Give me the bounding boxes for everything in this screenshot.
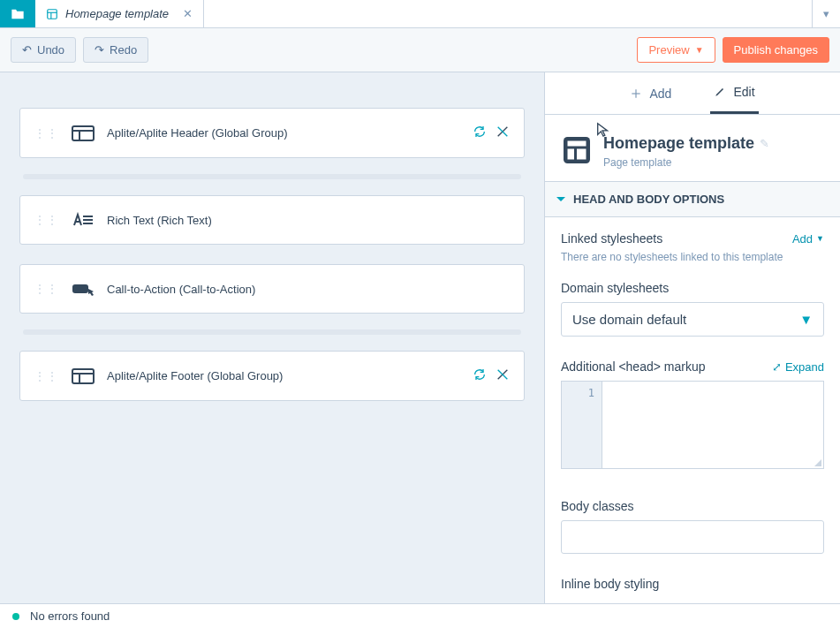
head-markup-editor[interactable]: 1	[561, 381, 824, 469]
undo-icon: ↶	[22, 43, 32, 57]
plus-icon	[630, 87, 642, 100]
module-card[interactable]: ⋮⋮ Aplite/Aplite Header (Global Group)	[19, 108, 525, 158]
page-subtitle: Page template	[603, 156, 824, 169]
add-stylesheet-link[interactable]: Add ▼	[792, 232, 824, 246]
drag-handle-icon[interactable]: ⋮⋮	[34, 283, 59, 295]
domain-stylesheets-select[interactable]: Use domain default ▼	[561, 302, 824, 337]
panel-header: Homepage template ✎ Page template	[545, 115, 840, 181]
tab-add[interactable]: Add	[626, 72, 675, 114]
module-label: Rich Text (Rich Text)	[107, 214, 212, 227]
tab-edit-label: Edit	[733, 85, 754, 99]
cta-icon	[72, 281, 95, 297]
global-sync-icon[interactable]	[473, 125, 487, 141]
template-icon	[46, 8, 58, 20]
file-tab-label: Homepage template	[65, 7, 169, 20]
module-card[interactable]: ⋮⋮ Rich Text (Rich Text)	[19, 195, 525, 245]
template-icon	[561, 134, 593, 169]
status-bar: No errors found	[0, 603, 840, 628]
file-tab[interactable]: Homepage template ✕	[35, 0, 204, 27]
expand-link[interactable]: ⤢ Expand	[772, 360, 824, 374]
svg-rect-3	[72, 126, 94, 140]
tab-add-label: Add	[649, 87, 671, 101]
undo-button[interactable]: ↶ Undo	[11, 37, 76, 63]
pencil-icon[interactable]: ✎	[760, 137, 769, 150]
redo-icon: ↷	[95, 43, 104, 57]
drop-zone[interactable]	[23, 174, 521, 179]
inspector-panel: Add Edit Homepage template ✎ Page templa…	[544, 72, 840, 603]
detach-icon[interactable]	[496, 125, 510, 141]
select-value: Use domain default	[572, 312, 686, 327]
chevron-down-icon	[556, 194, 566, 205]
body-classes-input[interactable]	[561, 520, 824, 554]
pencil-icon	[714, 86, 726, 98]
caret-down-icon: ▼	[816, 234, 824, 243]
publish-button[interactable]: Publish changes	[723, 37, 829, 63]
drag-handle-icon[interactable]: ⋮⋮	[34, 370, 59, 382]
caret-down-icon: ▼	[799, 312, 813, 327]
module-card[interactable]: ⋮⋮ Aplite/Aplite Footer (Global Group)	[19, 351, 525, 401]
code-line-number: 1	[562, 382, 602, 468]
linked-stylesheets-label: Linked stylesheets	[561, 231, 662, 246]
body-classes-label: Body classes	[561, 499, 824, 513]
redo-label: Redo	[110, 43, 137, 57]
folder-tab[interactable]	[0, 0, 35, 27]
detach-icon[interactable]	[496, 367, 510, 384]
layout-icon	[72, 125, 95, 141]
svg-rect-20	[568, 141, 586, 147]
caret-down-icon: ▼	[695, 45, 704, 55]
global-sync-icon[interactable]	[473, 367, 487, 384]
panel-tabs: Add Edit	[545, 72, 840, 115]
layout-icon	[72, 368, 95, 384]
top-tab-bar: Homepage template ✕ ▾	[0, 0, 840, 28]
section-title: HEAD AND BODY OPTIONS	[573, 193, 724, 206]
drag-handle-icon[interactable]: ⋮⋮	[34, 127, 59, 140]
linked-stylesheets-help: There are no stylesheets linked to this …	[561, 251, 824, 263]
inline-body-label: Inline body styling	[561, 577, 824, 591]
preview-label: Preview	[648, 43, 689, 57]
module-card[interactable]: ⋮⋮ Call-to-Action (Call-to-Action)	[19, 264, 525, 314]
publish-label: Publish changes	[734, 43, 818, 57]
tabs-overflow-toggle[interactable]: ▾	[812, 0, 840, 27]
resize-handle-icon[interactable]	[813, 458, 821, 466]
redo-button[interactable]: ↷ Redo	[83, 37, 148, 63]
richtext-icon	[72, 212, 95, 228]
svg-rect-0	[48, 9, 57, 19]
status-text: No errors found	[30, 609, 110, 623]
head-markup-label: Additional <head> markup	[561, 359, 705, 374]
close-tab-icon[interactable]: ✕	[183, 7, 193, 20]
layout-canvas: ⋮⋮ Aplite/Aplite Header (Global Group) ⋮…	[0, 72, 544, 603]
svg-rect-11	[72, 284, 88, 293]
module-label: Call-to-Action (Call-to-Action)	[107, 283, 255, 296]
tab-edit[interactable]: Edit	[710, 72, 758, 114]
drag-handle-icon[interactable]: ⋮⋮	[34, 214, 59, 226]
drop-zone[interactable]	[23, 329, 521, 335]
page-title: Homepage template	[603, 134, 754, 153]
status-indicator-icon	[12, 613, 19, 620]
undo-label: Undo	[37, 43, 64, 57]
module-label: Aplite/Aplite Header (Global Group)	[107, 126, 288, 140]
domain-stylesheets-label: Domain stylesheets	[561, 281, 824, 295]
module-label: Aplite/Aplite Footer (Global Group)	[107, 369, 283, 382]
svg-rect-21	[568, 149, 575, 160]
svg-rect-12	[72, 369, 94, 383]
preview-button[interactable]: Preview ▼	[637, 37, 715, 63]
toolbar: ↶ Undo ↷ Redo Preview ▼ Publish changes	[0, 28, 840, 72]
svg-rect-22	[577, 149, 586, 160]
section-toggle[interactable]: HEAD AND BODY OPTIONS	[545, 181, 840, 217]
expand-icon: ⤢	[772, 360, 782, 374]
